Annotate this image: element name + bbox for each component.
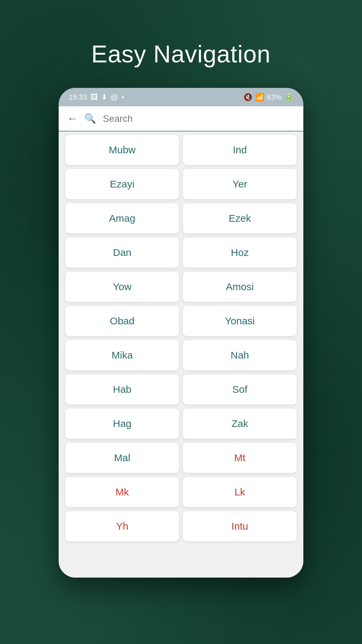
- signal-icon: 📶: [255, 93, 264, 102]
- status-right: 🔇 📶 63% 🔋: [243, 93, 293, 102]
- book-button[interactable]: Yer: [183, 169, 297, 199]
- book-button[interactable]: Zak: [183, 409, 297, 439]
- status-left: 15:33 🖼 ⬇ @ •: [69, 93, 124, 102]
- book-button[interactable]: Yonasi: [183, 306, 297, 336]
- book-button[interactable]: Yh: [65, 511, 179, 541]
- book-button[interactable]: Mt: [183, 443, 297, 473]
- search-icon: 🔍: [84, 113, 96, 124]
- book-button[interactable]: Mika: [65, 340, 179, 370]
- book-button[interactable]: Yow: [65, 272, 179, 302]
- page-title: Easy Navigation: [91, 40, 270, 68]
- phone-frame: 15:33 🖼 ⬇ @ • 🔇 📶 63% 🔋 ← 🔍 MubwIndEzayi…: [59, 88, 303, 578]
- book-button[interactable]: Amag: [65, 203, 179, 233]
- book-button[interactable]: Mubw: [65, 135, 179, 165]
- book-button[interactable]: Mk: [65, 477, 179, 507]
- book-button[interactable]: Sof: [183, 374, 297, 405]
- search-input[interactable]: [103, 113, 295, 124]
- image-icon: 🖼: [90, 93, 98, 102]
- battery-display: 63%: [267, 93, 282, 102]
- back-button[interactable]: ←: [67, 112, 78, 125]
- book-button[interactable]: Obad: [65, 306, 179, 336]
- book-button[interactable]: Ezayi: [65, 169, 179, 199]
- book-button[interactable]: Hab: [65, 374, 179, 405]
- dot-icon: •: [121, 93, 124, 102]
- book-button[interactable]: Hag: [65, 409, 179, 439]
- book-button[interactable]: Ezek: [183, 203, 297, 233]
- battery-icon: 🔋: [284, 93, 293, 102]
- time-display: 15:33: [69, 93, 87, 102]
- download-icon: ⬇: [101, 93, 107, 102]
- mute-icon: 🔇: [243, 93, 252, 102]
- book-button[interactable]: Nah: [183, 340, 297, 370]
- book-button[interactable]: Amosi: [183, 272, 297, 302]
- books-list: MubwIndEzayiYerAmagEzekDanHozYowAmosiOba…: [59, 131, 303, 578]
- at-icon: @: [111, 93, 118, 102]
- book-button[interactable]: Dan: [65, 237, 179, 268]
- book-button[interactable]: Mal: [65, 443, 179, 473]
- book-button[interactable]: Intu: [183, 511, 297, 541]
- books-grid: MubwIndEzayiYerAmagEzekDanHozYowAmosiOba…: [65, 135, 297, 541]
- book-button[interactable]: Lk: [183, 477, 297, 507]
- book-button[interactable]: Hoz: [183, 237, 297, 268]
- search-bar: ← 🔍: [59, 106, 303, 131]
- book-button[interactable]: Ind: [183, 135, 297, 165]
- status-bar: 15:33 🖼 ⬇ @ • 🔇 📶 63% 🔋: [59, 88, 303, 106]
